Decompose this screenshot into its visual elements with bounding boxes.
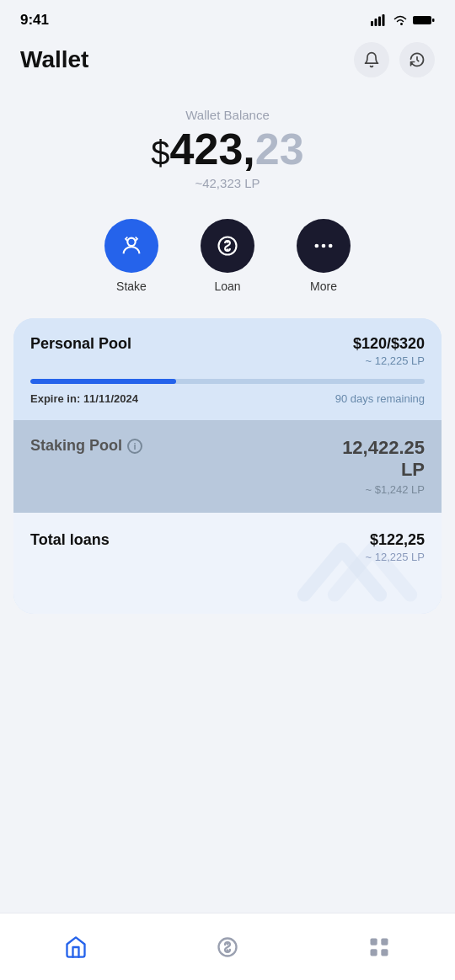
staking-amount-group: 12,422.25 LP ~ $1,242 LP <box>342 437 425 496</box>
nav-dollar[interactable] <box>199 929 256 966</box>
balance-label: Wallet Balance <box>20 108 435 122</box>
svg-rect-1 <box>375 19 377 26</box>
loans-amount-sub: ~ 12,225 LP <box>366 551 425 563</box>
svg-rect-2 <box>378 17 381 27</box>
svg-rect-14 <box>371 949 377 956</box>
staking-amount-unit: LP <box>401 459 425 480</box>
loan-icon <box>216 234 239 258</box>
loans-amount: $122,25 <box>366 531 425 549</box>
staking-amount-sub: ~ $1,242 LP <box>342 483 425 496</box>
svg-rect-13 <box>381 938 388 945</box>
header: Wallet <box>0 34 455 91</box>
stake-circle <box>104 219 158 273</box>
status-icons <box>371 14 435 26</box>
pool-amount: $120/$320 <box>353 335 425 353</box>
svg-rect-4 <box>413 16 431 24</box>
days-remaining: 90 days remaining <box>335 392 425 405</box>
loans-amount-group: $122,25 ~ 12,225 LP <box>366 531 425 563</box>
history-button[interactable] <box>399 42 435 77</box>
balance-lp: ~42,323 LP <box>20 176 435 190</box>
pool-amount-sub: ~ 12,225 LP <box>353 354 425 367</box>
main-card: Personal Pool $120/$320 ~ 12,225 LP Expi… <box>13 318 442 614</box>
signal-icon <box>371 14 388 26</box>
svg-point-6 <box>127 238 135 246</box>
balance-amount: $423,23 <box>20 127 435 171</box>
staking-amount: 12,422.25 LP <box>342 437 425 482</box>
svg-rect-3 <box>383 14 385 26</box>
progress-bar-fill <box>30 379 176 384</box>
svg-rect-12 <box>371 938 377 945</box>
pool-amount-group: $120/$320 ~ 12,225 LP <box>353 335 425 367</box>
staking-title-row: Staking Pool i <box>30 437 142 455</box>
header-actions <box>354 42 435 77</box>
loans-header: Total loans $122,25 ~ 12,225 LP <box>30 531 425 563</box>
more-icon <box>312 234 335 258</box>
more-label: More <box>310 280 337 293</box>
status-time: 9:41 <box>20 12 49 29</box>
svg-rect-5 <box>432 19 435 22</box>
svg-rect-15 <box>381 949 388 956</box>
staking-header: Staking Pool i 12,422.25 LP ~ $1,242 LP <box>30 437 425 496</box>
stake-action[interactable]: Stake <box>104 219 158 293</box>
svg-point-8 <box>315 244 319 248</box>
stake-label: Stake <box>116 280 147 293</box>
status-bar: 9:41 <box>0 0 455 34</box>
balance-section: Wallet Balance $423,23 ~42,323 LP <box>0 91 455 199</box>
stake-icon <box>120 234 143 258</box>
dollar-icon <box>216 935 239 959</box>
pool-header: Personal Pool $120/$320 ~ 12,225 LP <box>30 335 425 367</box>
loan-circle <box>201 219 254 273</box>
wifi-icon <box>393 14 408 26</box>
dollar-sign: $ <box>151 134 169 171</box>
page-title: Wallet <box>20 46 88 73</box>
staking-amount-num: 12,422.25 <box>342 437 425 458</box>
more-action[interactable]: More <box>297 219 351 293</box>
history-icon <box>409 51 426 68</box>
more-circle <box>297 219 351 273</box>
apps-icon <box>367 935 391 959</box>
home-icon <box>64 935 88 959</box>
pool-footer: Expire in: 11/11/2024 90 days remaining <box>30 392 425 405</box>
svg-rect-0 <box>371 21 373 26</box>
actions-row: Stake Loan More <box>0 199 455 318</box>
loan-label: Loan <box>214 280 240 293</box>
pool-title: Personal Pool <box>30 335 131 353</box>
balance-main: 423, <box>170 125 255 173</box>
svg-point-10 <box>329 244 333 248</box>
nav-home[interactable] <box>47 929 104 966</box>
balance-decimal: 23 <box>255 125 304 173</box>
expire-text: Expire in: 11/11/2024 <box>30 392 138 405</box>
bottom-nav <box>0 913 455 980</box>
staking-title: Staking Pool <box>30 437 122 455</box>
loans-title: Total loans <box>30 531 110 549</box>
progress-bar-bg <box>30 379 425 384</box>
staking-pool: Staking Pool i 12,422.25 LP ~ $1,242 LP <box>13 420 442 513</box>
info-icon-label: i <box>133 441 136 451</box>
info-icon[interactable]: i <box>127 439 142 454</box>
svg-point-9 <box>322 244 326 248</box>
total-loans: Total loans $122,25 ~ 12,225 LP <box>13 513 442 614</box>
expire-label: Expire in: <box>30 392 80 405</box>
loan-action[interactable]: Loan <box>201 219 254 293</box>
personal-pool: Personal Pool $120/$320 ~ 12,225 LP Expi… <box>13 318 442 420</box>
expire-date: 11/11/2024 <box>83 392 138 405</box>
nav-apps[interactable] <box>351 929 408 966</box>
bell-icon <box>363 51 380 68</box>
notification-button[interactable] <box>354 42 389 77</box>
battery-icon <box>413 14 435 26</box>
